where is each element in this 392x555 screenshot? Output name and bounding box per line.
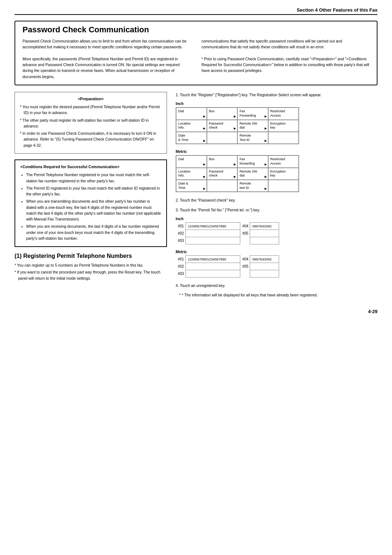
intro-left: Password Check Communication allows you … [23, 38, 191, 80]
ui-cell-password-metric: Passwordcheck▶ [207, 168, 238, 180]
ui-grid-inch: Dial▶ Box▶ FaxForwarding▶ RestrictedAcce… [176, 107, 299, 144]
ui-cell-box-inch: Box▶ [207, 108, 238, 119]
section-title-box: Password Check Communication Password Ch… [15, 21, 377, 85]
num-label-01-inch: #01 [176, 222, 185, 230]
ui-cell-empty2-inch [268, 132, 299, 144]
num-box-03-inch [185, 237, 240, 244]
ui-cell-remote-sw-metric: Remote SWdial▶ [237, 168, 268, 180]
ui-grid-metric-1: Dial▶ Box▶ Faxforwarding▶ RestrictedAcce… [176, 155, 299, 192]
num-box-04-metric: 0667643392 [250, 255, 279, 263]
intro-right: communications that satisfy the specific… [201, 38, 369, 80]
step2-text: 2. Touch the "Password check" key. [176, 197, 377, 203]
num-box-02-metric [185, 263, 240, 270]
num-label-empty-metric [240, 270, 250, 277]
ui-metric-section-1: Metric Dial▶ Box▶ Faxforwarding▶ Restric… [176, 149, 377, 192]
numbers-inch-section: Inch #01 12345678901234567890 #04 066764… [176, 216, 377, 244]
ui-cell-date-metric: Date &Time▶ [176, 180, 207, 192]
num-label-02-inch: #02 [176, 230, 185, 237]
ui-cell-dial-inch: Dial▶ [176, 108, 207, 119]
metric-label-1: Metric [176, 149, 377, 154]
ui-cell-location-metric: LocationInfo.▶ [176, 168, 207, 180]
ui-cell-fax-fwd-metric: Faxforwarding▶ [237, 155, 268, 167]
ui-cell-remote-test-inch: RemoteTest ID▶ [237, 132, 268, 144]
num-box-04-inch: 0667643392 [250, 222, 279, 230]
page-header: Section 4 Other Features of this Fax [15, 7, 377, 15]
ui-inch-section: Inch Dial▶ Box▶ FaxForwarding▶ Restricte… [176, 101, 377, 144]
prep-item-1: You must register the desired password (… [20, 104, 162, 116]
preparation-box: <Preparation> You must register the desi… [15, 92, 167, 154]
num-box-empty-metric [250, 270, 279, 277]
condition-item-3: When you are transmitting documents and … [26, 198, 161, 222]
ui-cell-encryption-inch: Encryptionkey [268, 120, 299, 132]
ui-cell-empty1-metric [207, 180, 238, 192]
num-box-05-inch [250, 230, 279, 237]
registering-item-2: If you want to cancel the procedure part… [15, 269, 167, 281]
registering-section: (1) Registering Permit Telephone Numbers… [15, 253, 167, 281]
ui-cell-empty2-metric [268, 180, 299, 192]
page-number-text: 4-29 [368, 309, 377, 314]
condition-item-4: When you are receiving documents, the la… [26, 223, 161, 241]
ui-cell-empty1-inch [207, 132, 238, 144]
inch-label-numbers: Inch [176, 216, 377, 221]
inch-label-1: Inch [176, 101, 377, 106]
main-title: Password Check Communication [23, 25, 369, 35]
header-title: Section 4 Other Features of this Fax [297, 7, 378, 13]
num-box-02-inch [185, 230, 240, 237]
ui-cell-password-inch: Passwordcheck▶ [207, 120, 238, 132]
condition-item-1: The Permit Telephone Number registered i… [26, 172, 161, 184]
step4-text: 4. Touch an unregistered key. [176, 283, 377, 288]
preparation-title: <Preparation> [20, 96, 162, 102]
ui-cell-restricted-inch: RestrictedAccess [268, 108, 299, 119]
ui-cell-dial-metric: Dial▶ [176, 155, 207, 167]
num-box-empty-inch [250, 237, 279, 244]
ui-cell-remote-sw-inch: Remote SWdial▶ [237, 120, 268, 132]
prep-item-2: The other party must register its self-s… [20, 117, 162, 129]
num-box-01-metric: 12345678901234567890 [185, 255, 240, 263]
conditions-title: <Conditions Required for Successful Comm… [20, 164, 161, 170]
registering-item-1: You can register up to 5 numbers as Perm… [15, 262, 167, 268]
ui-cell-restricted-metric: RestrictedAccess [268, 155, 299, 167]
ui-cell-fax-fwd-inch: FaxForwarding▶ [237, 108, 268, 119]
num-label-04-inch: #04 [240, 222, 250, 230]
step3-text: 3. Touch the "Permit Tel No." ["Permit t… [176, 207, 377, 213]
ui-cell-location-inch: LocationInfo.▶ [176, 120, 207, 132]
num-label-05-inch: #05 [240, 230, 250, 237]
step4-note: * * The information will be displayed fo… [176, 292, 377, 298]
step1-text: 1. Touch the "Register" ["Registration"]… [176, 92, 377, 98]
ui-cell-remote-test-metric: Remotetest ID▶ [237, 180, 268, 192]
num-box-05-metric [250, 263, 279, 270]
num-label-01-metric: #01 [176, 255, 185, 263]
ui-cell-box-metric: Box▶ [207, 155, 238, 167]
num-label-03-inch: #03 [176, 237, 185, 244]
num-box-01-inch: 12345678901234567890 [185, 222, 240, 230]
numbers-table-inch: #01 12345678901234567890 #04 0667643392 … [176, 222, 279, 244]
prep-item-3: In order to use Password Check Communica… [20, 130, 162, 148]
num-label-empty-inch [240, 237, 250, 244]
num-label-04-metric: #04 [240, 255, 250, 263]
numbers-table-metric: #01 12345678901234567890 #04 0667643392 … [176, 255, 279, 278]
num-label-02-metric: #02 [176, 263, 185, 270]
num-box-03-metric [185, 270, 240, 277]
num-label-05-metric: #05 [240, 263, 250, 270]
num-label-03-metric: #03 [176, 270, 185, 277]
page-number: 4-29 [15, 309, 377, 314]
ui-cell-encryption-metric: Encryptionkey [268, 168, 299, 180]
registering-title: (1) Registering Permit Telephone Numbers [15, 253, 167, 259]
conditions-box: <Conditions Required for Successful Comm… [15, 159, 167, 247]
condition-item-2: The Permit ID registered in your fax mus… [26, 185, 161, 197]
metric-label-numbers: Metric [176, 250, 377, 254]
numbers-metric-section: Metric #01 12345678901234567890 #04 0667… [176, 250, 377, 278]
ui-cell-date-inch: Date& Time▶ [176, 132, 207, 144]
